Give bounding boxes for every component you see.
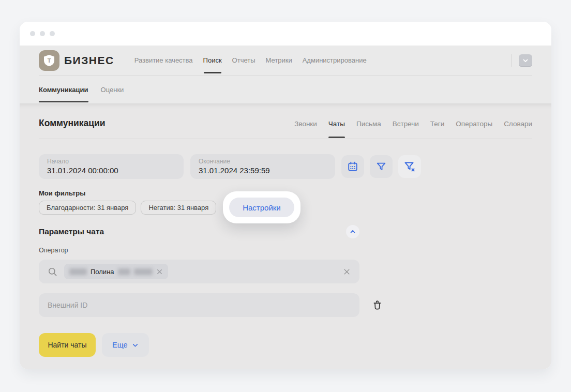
external-id-field[interactable] [39, 293, 359, 317]
operator-label: Оператор [39, 247, 532, 254]
app-window: Т БИЗНЕС Развитие качества Поиск Отчеты … [20, 22, 551, 369]
filter-chip-gratitude[interactable]: Благодарности: 31 января [39, 201, 136, 215]
nav-item-administration[interactable]: Администрирование [303, 56, 367, 64]
trash-icon [372, 299, 383, 311]
redacted-text [69, 268, 87, 275]
chat-params-header: Параметры чата [39, 225, 359, 238]
filter-button[interactable] [370, 155, 393, 178]
chevron-up-icon [349, 228, 356, 235]
tab-calls[interactable]: Звонки [294, 120, 317, 128]
window-controls[interactable] [30, 31, 55, 36]
filter-icon [375, 161, 387, 172]
operator-chip-remove-icon[interactable] [156, 268, 163, 275]
content-area: Коммуникации Звонки Чаты Письма Встречи … [20, 103, 551, 369]
filter-settings-button[interactable]: Настройки [229, 198, 294, 217]
tab-operators[interactable]: Операторы [456, 120, 492, 128]
account-menu-button[interactable] [519, 54, 532, 66]
header-divider [512, 54, 512, 67]
nav-item-metrics[interactable]: Метрики [266, 56, 292, 64]
collapse-section-button[interactable] [346, 225, 359, 238]
external-id-input[interactable] [48, 301, 351, 309]
chat-params-title: Параметры чата [39, 227, 104, 236]
date-range-row: Начало 31.01.2024 00:00:00 Окончание 31.… [39, 154, 532, 179]
title-row: Коммуникации Звонки Чаты Письма Встречи … [39, 103, 532, 139]
main-nav: Развитие качества Поиск Отчеты Метрики А… [134, 56, 367, 64]
tab-letters[interactable]: Письма [356, 120, 381, 128]
date-end-value: 31.01.2024 23:59:59 [199, 166, 327, 175]
window-titlebar [20, 22, 551, 46]
operator-chip-name: Полина [91, 268, 114, 276]
sub-nav: Коммуникации Оценки [39, 76, 532, 103]
clear-filter-button[interactable] [398, 155, 421, 178]
operator-chip: Полина [64, 264, 168, 279]
brand-name: БИЗНЕС [64, 54, 114, 67]
communication-tabs: Звонки Чаты Письма Встречи Теги Оператор… [294, 120, 532, 128]
redacted-text [134, 268, 153, 275]
calendar-button[interactable] [341, 155, 364, 178]
page-title: Коммуникации [39, 118, 106, 129]
filter-clear-icon [403, 160, 416, 173]
logo-letter: Т [48, 57, 51, 63]
date-start-value: 31.01.2024 00:00:00 [47, 166, 175, 175]
chevron-down-icon [522, 57, 529, 64]
window-control-dot[interactable] [30, 31, 35, 36]
window-control-dot[interactable] [40, 31, 45, 36]
shield-icon: Т [43, 54, 55, 67]
subnav-item-communications[interactable]: Коммуникации [39, 86, 88, 94]
window-control-dot[interactable] [50, 31, 55, 36]
clear-operator-icon[interactable] [343, 268, 351, 276]
date-start-label: Начало [47, 158, 175, 165]
calendar-icon [347, 161, 358, 172]
nav-item-reports[interactable]: Отчеты [232, 56, 256, 64]
my-filters-row: Благодарности: 31 января Негатив: 31 янв… [39, 201, 532, 214]
nav-item-quality[interactable]: Развитие качества [134, 56, 193, 64]
tab-tags[interactable]: Теги [430, 120, 444, 128]
actions-row: Найти чаты Еще [39, 333, 532, 357]
date-end-label: Окончание [199, 158, 327, 165]
external-id-row [39, 293, 532, 317]
operator-search-field[interactable]: Полина [39, 260, 359, 283]
date-end-field[interactable]: Окончание 31.01.2024 23:59:59 [190, 154, 335, 179]
more-button-label: Еще [112, 341, 128, 349]
subnav-item-ratings[interactable]: Оценки [101, 86, 124, 94]
tab-dictionaries[interactable]: Словари [504, 120, 532, 128]
tab-meetings[interactable]: Встречи [393, 120, 419, 128]
filter-chip-negative[interactable]: Негатив: 31 января [141, 201, 216, 215]
chevron-down-icon [132, 342, 139, 349]
nav-item-search[interactable]: Поиск [203, 56, 222, 64]
redacted-text [118, 268, 130, 275]
more-button[interactable]: Еще [102, 333, 149, 357]
header-right [512, 54, 532, 67]
find-chats-button[interactable]: Найти чаты [39, 333, 96, 357]
tab-chats[interactable]: Чаты [328, 120, 345, 128]
settings-spotlight: Настройки [223, 191, 300, 223]
delete-button[interactable] [372, 299, 383, 311]
brand-logo-icon: Т [39, 50, 59, 71]
app-header: Т БИЗНЕС Развитие качества Поиск Отчеты … [20, 46, 551, 103]
date-start-field[interactable]: Начало 31.01.2024 00:00:00 [39, 154, 184, 179]
logo-row: Т БИЗНЕС Развитие качества Поиск Отчеты … [39, 46, 532, 76]
search-icon [48, 267, 57, 277]
